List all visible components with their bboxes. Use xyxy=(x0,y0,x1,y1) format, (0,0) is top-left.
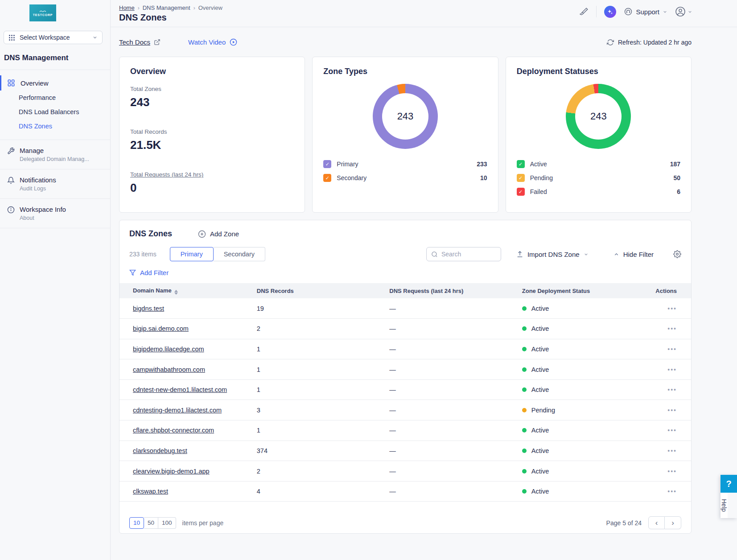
import-dns-zone-button[interactable]: Import DNS Zone xyxy=(516,251,589,258)
breadcrumb-item[interactable]: DNS Management xyxy=(143,4,190,11)
watch-video-label: Watch Video xyxy=(188,38,226,46)
theme-brush-icon[interactable] xyxy=(579,7,589,16)
row-actions-menu[interactable] xyxy=(667,366,677,373)
wrench-icon xyxy=(7,147,15,155)
support-menu[interactable]: Support xyxy=(624,7,667,16)
divider xyxy=(596,6,597,17)
row-actions-menu[interactable] xyxy=(667,346,677,353)
donut-total: 243 xyxy=(575,93,622,140)
total-requests-link[interactable]: Total Requests (last 24 hrs) xyxy=(130,171,294,178)
records-count: 2 xyxy=(257,319,390,339)
section-title: Notifications xyxy=(20,176,56,184)
stat-value: 21.5K xyxy=(130,138,294,152)
domain-link[interactable]: campwithabathroom.com xyxy=(133,366,205,373)
row-actions-menu[interactable] xyxy=(667,447,677,454)
domain-link[interactable]: cflare.shpbot-connector.com xyxy=(133,427,214,434)
requests-count: — xyxy=(389,359,522,380)
tech-docs-link[interactable]: Tech Docs xyxy=(119,38,161,46)
add-filter-button[interactable]: Add Filter xyxy=(119,269,178,276)
row-actions-menu[interactable] xyxy=(667,468,677,475)
add-zone-button[interactable]: Add Zone xyxy=(198,230,239,238)
overview-card: Overview Total Zones 243 Total Records 2… xyxy=(119,57,305,213)
checkbox-checked-icon[interactable] xyxy=(323,174,331,182)
row-actions-menu[interactable] xyxy=(667,488,677,495)
refresh-button[interactable]: Refresh: Updated 2 hr ago xyxy=(607,39,692,46)
status-label: Active xyxy=(531,305,549,312)
per-page-100[interactable]: 100 xyxy=(158,517,176,529)
sidebar-item-label: Overview xyxy=(21,79,49,87)
domain-link[interactable]: cdntest-new-demo1.lilactest.com xyxy=(133,386,227,393)
company-logo: TESTCORP xyxy=(29,4,56,21)
items-per-page-label: items per page xyxy=(182,519,224,527)
breadcrumb-separator: › xyxy=(194,5,195,11)
section-subtitle: Audit Logs xyxy=(20,185,56,192)
search-input[interactable] xyxy=(441,251,490,258)
domain-link[interactable]: clkswap.test xyxy=(133,488,168,495)
help-widget: ? Help xyxy=(721,475,737,518)
search-box[interactable] xyxy=(426,247,501,261)
sidebar-section-workspace-info[interactable]: Workspace Info About xyxy=(0,198,110,228)
domain-link[interactable]: bigdns.test xyxy=(133,305,164,312)
help-tab[interactable]: Help xyxy=(721,493,728,518)
top-bar: Home › DNS Management › Overview DNS Zon… xyxy=(111,0,737,27)
domain-link[interactable]: cdntesting-demo1.lilactest.com xyxy=(133,407,222,414)
row-actions-menu[interactable] xyxy=(667,407,677,414)
status-label: Active xyxy=(531,325,549,332)
watch-video-link[interactable]: Watch Video xyxy=(188,38,237,46)
per-page-50[interactable]: 50 xyxy=(144,517,158,529)
zone-types-legend: Primary 233 Secondary 10 xyxy=(323,160,487,182)
pagination: 10 50 100 items per page Page 5 of 24 ‹ … xyxy=(119,516,691,529)
chevron-down-icon xyxy=(663,9,667,14)
table-row: bigdns.test 19 — Active xyxy=(119,298,691,319)
per-page-10[interactable]: 10 xyxy=(129,517,144,529)
help-question-button[interactable]: ? xyxy=(721,475,737,493)
column-header-requests: DNS Requests (last 24 hrs) xyxy=(389,283,522,298)
prev-page-button[interactable]: ‹ xyxy=(648,516,665,529)
sidebar-item-performance[interactable]: Performance xyxy=(0,91,110,105)
avatar-icon xyxy=(675,6,686,17)
status-dot xyxy=(522,469,527,474)
row-actions-menu[interactable] xyxy=(667,386,677,393)
legend-value: 6 xyxy=(677,188,680,195)
tab-secondary[interactable]: Secondary xyxy=(214,247,265,261)
ai-assistant-button[interactable] xyxy=(604,6,616,18)
sidebar-item-overview[interactable]: Overview xyxy=(0,75,110,91)
domain-link[interactable]: bigipdemo.lilacedge.com xyxy=(133,346,204,353)
chevron-down-icon xyxy=(688,9,692,14)
domain-link[interactable]: bigip.sai.demo.com xyxy=(133,325,189,332)
records-count: 374 xyxy=(257,441,390,461)
next-page-button[interactable]: › xyxy=(665,516,681,529)
domain-link[interactable]: clearview.bigip-demo1.app xyxy=(133,468,210,475)
card-title: Zone Types xyxy=(323,67,487,76)
stat-label: Total Zones xyxy=(130,86,294,92)
checkbox-checked-icon[interactable] xyxy=(323,160,331,168)
row-actions-menu[interactable] xyxy=(667,427,677,434)
column-header-domain[interactable]: Domain Name xyxy=(119,283,257,298)
domain-link[interactable]: clarksondebug.test xyxy=(133,447,187,454)
table-settings-button[interactable] xyxy=(673,250,681,258)
checkbox-checked-icon[interactable] xyxy=(517,188,525,196)
row-actions-menu[interactable] xyxy=(667,325,677,332)
tab-primary[interactable]: Primary xyxy=(170,247,214,261)
breadcrumb: Home › DNS Management › Overview xyxy=(119,4,222,11)
app-grid-icon xyxy=(8,34,15,41)
sidebar-item-dns-load-balancers[interactable]: DNS Load Balancers xyxy=(0,105,110,119)
hide-filter-button[interactable]: Hide Filter xyxy=(613,251,654,258)
checkbox-checked-icon[interactable] xyxy=(517,160,525,168)
sort-icon[interactable] xyxy=(174,290,178,295)
sidebar-section-manage[interactable]: Manage Delegated Domain Manag... xyxy=(0,140,110,169)
user-menu[interactable] xyxy=(675,6,692,17)
page-title: DNS Zones xyxy=(119,12,222,23)
sidebar-item-dns-zones[interactable]: DNS Zones xyxy=(0,119,110,133)
table-row: cdntesting-demo1.lilactest.com 3 — Pendi… xyxy=(119,400,691,420)
sparkle-icon xyxy=(607,8,613,15)
requests-count: — xyxy=(389,339,522,359)
workspace-selector[interactable]: Select Workspace xyxy=(4,31,103,44)
sidebar-section-notifications[interactable]: Notifications Audit Logs xyxy=(0,169,110,198)
chevron-down-icon xyxy=(584,252,589,257)
row-actions-menu[interactable] xyxy=(667,305,677,312)
breadcrumb-home-link[interactable]: Home xyxy=(119,4,135,11)
column-header-actions: Actions xyxy=(655,283,691,298)
items-count: 233 items xyxy=(129,251,156,258)
checkbox-checked-icon[interactable] xyxy=(517,174,525,182)
